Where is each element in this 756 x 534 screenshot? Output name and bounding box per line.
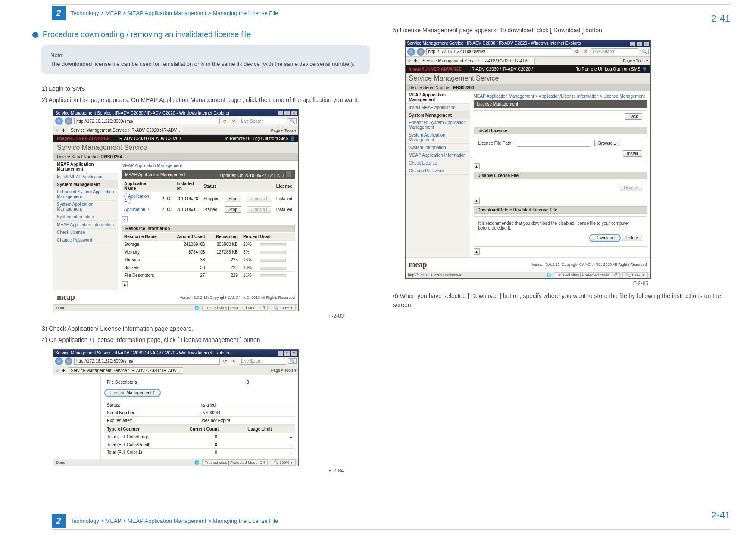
zoom-level[interactable]: 🔍 100% ▾ <box>271 459 296 466</box>
sidebar-item-enhanced-sys[interactable]: Enhanced System Application Management <box>406 119 470 131</box>
maximize-icon[interactable]: □ <box>637 42 642 46</box>
license-file-input[interactable] <box>517 140 590 147</box>
add-favorite-icon[interactable]: ✚ <box>62 128 65 133</box>
refresh-icon[interactable]: ⟳ <box>222 119 228 124</box>
zoom-level[interactable]: 🔍 100% ▾ <box>271 305 296 311</box>
delete-button[interactable]: Delete <box>622 235 642 241</box>
install-button[interactable]: Install <box>623 150 642 157</box>
favorites-icon[interactable]: ☆ <box>407 59 411 63</box>
ie-titlebar: Service Management Service : iR-ADV C203… <box>53 109 298 116</box>
back-icon[interactable] <box>407 48 415 56</box>
collapse-icon[interactable]: ▴ <box>122 216 128 222</box>
address-bar[interactable]: http://172.16.1.220:8000/sms/ <box>426 48 572 55</box>
license-management-button[interactable]: License Management ⤴ <box>104 389 161 397</box>
favorites-icon[interactable]: ☆ <box>55 368 59 373</box>
collapse-icon[interactable]: ▴ <box>122 281 128 287</box>
sidebar-item-install-meap[interactable]: Install MEAP Application <box>53 173 118 181</box>
app-b-link[interactable]: Application B <box>122 205 159 214</box>
refresh-icon[interactable]: ⟳ <box>222 359 228 363</box>
sidebar-item-sys-info[interactable]: System Information <box>406 144 470 152</box>
search-go-icon[interactable]: 🔍 <box>640 49 649 54</box>
ie-tools[interactable]: Page ▾ Tools ▾ <box>271 368 297 373</box>
download-recommend-text: It is recommended that you download the … <box>478 221 642 230</box>
window-buttons[interactable]: _ □ X <box>629 41 649 46</box>
back-button[interactable]: Back <box>625 113 642 120</box>
refresh-pane-icon[interactable] <box>285 171 291 177</box>
forward-icon[interactable] <box>417 48 425 56</box>
sidebar-item-change-password[interactable]: Change Password <box>53 236 118 244</box>
minimize-icon[interactable]: _ <box>630 42 635 46</box>
ctr-val: 0 <box>187 441 245 448</box>
search-go-icon[interactable]: 🔍 <box>288 358 297 364</box>
sidebar-item-sys-info[interactable]: System Information <box>53 213 118 221</box>
caption-85: F-2-85 <box>393 280 649 286</box>
app-a-uninstall-button[interactable]: Uninstall <box>247 196 271 202</box>
address-bar[interactable]: http://172.16.1.220:8000/sms/ <box>74 358 220 365</box>
close-icon[interactable]: X <box>644 42 649 46</box>
back-icon[interactable] <box>55 117 63 125</box>
address-bar[interactable]: http://172.16.1.220:8000/sms/ <box>74 118 220 124</box>
back-icon[interactable] <box>55 357 63 365</box>
close-icon[interactable]: X <box>291 351 297 356</box>
app-b-stop-button[interactable]: Stop <box>225 206 241 213</box>
sidebar-item-sys-app-mgmt[interactable]: System Application Management <box>53 201 118 213</box>
collapse-icon[interactable]: ▴ <box>474 163 480 169</box>
logout-link[interactable]: Log Out from SMS <box>253 136 288 141</box>
sidebar-item-install-meap[interactable]: Install MEAP Application <box>406 104 470 112</box>
sidebar-item-change-password[interactable]: Change Password <box>406 167 470 175</box>
refresh-icon[interactable]: ⟳ <box>574 49 581 54</box>
to-remote-ui-link[interactable]: To Remote UI <box>576 67 602 71</box>
sidebar-item-enhanced-sys[interactable]: Enhanced System Application Management <box>53 188 118 201</box>
sidebar-item-check-license[interactable]: Check License <box>406 159 470 167</box>
search-go-icon[interactable]: 🔍 <box>288 118 297 124</box>
minimize-icon[interactable]: _ <box>278 351 283 356</box>
add-favorite-icon[interactable]: ✚ <box>62 368 65 373</box>
app-b-uninstall-button[interactable]: Uninstall <box>247 206 271 213</box>
download-button[interactable]: Download <box>589 234 620 242</box>
maximize-icon[interactable]: □ <box>284 351 290 356</box>
logout-link[interactable]: Log Out from SMS <box>605 67 640 71</box>
search-input[interactable]: Live Search <box>591 48 638 55</box>
col-res-used: Amount Used <box>167 233 207 241</box>
maximize-icon[interactable]: □ <box>284 111 290 115</box>
meap-footer: meap Version 3.0.2.15i Copyright CANON I… <box>406 257 650 272</box>
page-number-bottom: 2-41 <box>711 510 730 521</box>
collapse-icon[interactable]: ▴ <box>474 198 480 204</box>
sidebar-item-meap-app-mgmt[interactable]: MEAP Application Management <box>406 91 470 104</box>
forward-icon[interactable] <box>65 117 72 125</box>
sidebar-blank <box>53 375 101 459</box>
favorites-icon[interactable]: ☆ <box>55 128 59 133</box>
col-res-remain: Remaining <box>207 233 240 241</box>
ie-tools[interactable]: Page ▾ Tools ▾ <box>271 128 297 133</box>
zoom-level[interactable]: 🔍 100% ▾ <box>622 272 647 278</box>
sidebar-item-meap-app-info[interactable]: MEAP Application Information <box>53 221 118 229</box>
browser-tab[interactable]: Service Management Service : iR-ADV C202… <box>68 367 183 374</box>
browser-tab[interactable]: Service Management Service : iR-ADV C202… <box>68 127 183 134</box>
search-input[interactable]: Live Search <box>239 118 286 124</box>
forward-icon[interactable] <box>65 357 72 365</box>
ie-tools[interactable]: Page ▾ Tools ▾ <box>623 59 648 63</box>
stop-icon[interactable]: ✕ <box>582 49 589 54</box>
to-remote-ui-link[interactable]: To Remote UI <box>224 136 250 141</box>
window-buttons[interactable]: _ □ X <box>277 110 297 115</box>
collapse-icon[interactable]: ▴ <box>474 248 480 255</box>
sidebar-item-meap-app-mgmt[interactable]: MEAP Application Management <box>53 161 118 173</box>
disable-button[interactable]: Disable <box>620 185 642 191</box>
add-favorite-icon[interactable]: ✚ <box>414 59 417 63</box>
app-a-link[interactable]: Application A <box>124 193 149 204</box>
close-icon[interactable]: X <box>291 111 297 115</box>
browser-tab[interactable]: Service Management Service : iR-ADV C202… <box>420 58 535 64</box>
app-a-status: Stopped <box>201 192 222 205</box>
left-column: Procedure downloading / removing an inva… <box>32 26 370 508</box>
minimize-icon[interactable]: _ <box>278 111 283 115</box>
browse-button[interactable]: Browse... <box>594 140 620 146</box>
search-input[interactable]: Live Search <box>239 358 286 365</box>
app-a-start-button[interactable]: Start <box>225 196 241 202</box>
sidebar-item-check-license[interactable]: Check License <box>53 229 118 236</box>
sidebar-item-meap-app-info[interactable]: MEAP Application Information <box>406 152 470 159</box>
brand-label: imageRUNNER ADVANCE <box>409 67 462 71</box>
stop-icon[interactable]: ✕ <box>230 119 237 124</box>
sidebar-item-sys-app-mgmt[interactable]: System Application Management <box>406 131 470 144</box>
window-buttons[interactable]: _ □ X <box>277 351 297 356</box>
stop-icon[interactable]: ✕ <box>230 359 237 363</box>
